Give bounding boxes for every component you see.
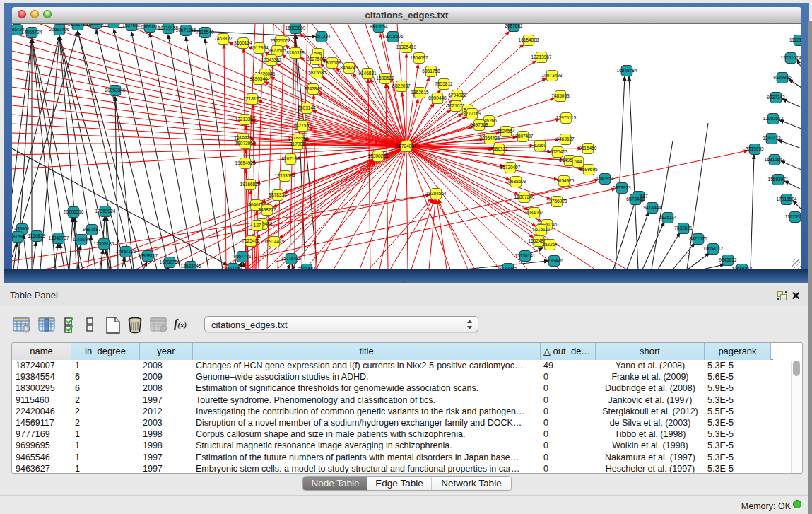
svg-text:6497568: 6497568 bbox=[470, 122, 488, 127]
svg-text:8454749: 8454749 bbox=[340, 65, 358, 70]
svg-text:10073953: 10073953 bbox=[235, 141, 256, 146]
svg-text:1156829: 1156829 bbox=[28, 233, 46, 238]
svg-text:1362615: 1362615 bbox=[411, 90, 429, 95]
svg-text:1733426: 1733426 bbox=[545, 258, 563, 263]
svg-text:6961758: 6961758 bbox=[422, 69, 440, 74]
svg-text:16782759: 16782759 bbox=[160, 259, 180, 264]
svg-text:127: 127 bbox=[254, 223, 261, 228]
svg-text:117008: 117008 bbox=[290, 141, 305, 146]
svg-text:9146821: 9146821 bbox=[358, 71, 377, 76]
svg-text:9245652: 9245652 bbox=[719, 257, 737, 262]
svg-text:7357224: 7357224 bbox=[312, 34, 331, 39]
svg-text:20053346: 20053346 bbox=[105, 88, 126, 93]
svg-text:9231654: 9231654 bbox=[298, 267, 316, 269]
svg-text:17359924: 17359924 bbox=[95, 209, 116, 214]
svg-text:9890546: 9890546 bbox=[249, 76, 268, 81]
svg-text:23226058: 23226058 bbox=[271, 38, 291, 43]
svg-text:644: 644 bbox=[575, 159, 582, 164]
svg-text:9227342: 9227342 bbox=[767, 95, 785, 100]
svg-text:15716485: 15716485 bbox=[281, 256, 302, 261]
svg-text:1588520: 1588520 bbox=[376, 76, 394, 81]
svg-text:20364436: 20364436 bbox=[480, 136, 500, 141]
svg-text:9467703: 9467703 bbox=[224, 266, 242, 269]
svg-text:1527602: 1527602 bbox=[122, 24, 141, 28]
svg-text:1640954: 1640954 bbox=[596, 176, 614, 181]
svg-text:16210643: 16210643 bbox=[765, 157, 785, 162]
svg-text:19654925: 19654925 bbox=[235, 160, 256, 165]
svg-text:10025453: 10025453 bbox=[548, 149, 568, 154]
svg-text:18031792: 18031792 bbox=[68, 24, 88, 27]
svg-text:16033809: 16033809 bbox=[286, 25, 306, 30]
svg-text:9397587: 9397587 bbox=[83, 227, 101, 232]
svg-text:10654112: 10654112 bbox=[703, 246, 724, 251]
svg-text:6794028: 6794028 bbox=[448, 93, 466, 98]
svg-text:8660124: 8660124 bbox=[234, 40, 252, 45]
svg-text:9329966: 9329966 bbox=[773, 75, 792, 80]
svg-text:8427552: 8427552 bbox=[293, 123, 312, 128]
svg-text:14055724: 14055724 bbox=[22, 30, 42, 35]
svg-text:10965212: 10965212 bbox=[732, 267, 753, 269]
svg-text:19384554: 19384554 bbox=[426, 191, 447, 196]
svg-text:7986322: 7986322 bbox=[490, 146, 508, 151]
svg-text:10688609: 10688609 bbox=[506, 179, 526, 184]
svg-text:2935114: 2935114 bbox=[659, 215, 677, 220]
svg-text:19756928: 19756928 bbox=[547, 199, 567, 204]
svg-text:18807249: 18807249 bbox=[514, 194, 535, 199]
svg-text:2367608: 2367608 bbox=[323, 60, 341, 65]
svg-text:905724: 905724 bbox=[12, 27, 25, 32]
svg-text:19654925: 19654925 bbox=[554, 178, 575, 183]
svg-text:12093572: 12093572 bbox=[763, 116, 784, 121]
svg-text:7515540: 7515540 bbox=[196, 30, 214, 35]
svg-text:7632621: 7632621 bbox=[674, 226, 693, 230]
svg-text:9242845: 9242845 bbox=[304, 86, 322, 91]
svg-text:16914479: 16914479 bbox=[264, 239, 285, 244]
svg-text:10973493: 10973493 bbox=[542, 73, 563, 78]
svg-text:15692971: 15692971 bbox=[768, 177, 789, 182]
svg-text:12353594: 12353594 bbox=[275, 173, 295, 178]
svg-text:19218506: 19218506 bbox=[383, 34, 404, 39]
svg-text:20691406: 20691406 bbox=[49, 27, 70, 32]
svg-text:1244413: 1244413 bbox=[763, 136, 781, 141]
svg-text:20701420: 20701420 bbox=[104, 24, 124, 25]
svg-text:2087682: 2087682 bbox=[505, 24, 523, 28]
svg-text:3498222: 3498222 bbox=[258, 207, 276, 212]
svg-text:15136141: 15136141 bbox=[515, 253, 536, 258]
svg-text:11325419: 11325419 bbox=[396, 45, 417, 49]
svg-text:5933923: 5933923 bbox=[613, 185, 631, 190]
svg-text:9115460: 9115460 bbox=[579, 146, 597, 151]
svg-text:1864097: 1864097 bbox=[410, 55, 428, 60]
svg-text:18300295: 18300295 bbox=[368, 153, 389, 158]
svg-text:19166829: 19166829 bbox=[240, 182, 261, 187]
svg-text:20206516: 20206516 bbox=[64, 209, 84, 214]
svg-text:11121961: 11121961 bbox=[789, 37, 801, 42]
svg-text:1615112: 1615112 bbox=[533, 227, 551, 232]
svg-text:8813054: 8813054 bbox=[370, 24, 388, 29]
svg-text:16648784: 16648784 bbox=[617, 68, 637, 73]
svg-text:3215955: 3215955 bbox=[746, 146, 764, 151]
svg-text:9327508: 9327508 bbox=[307, 57, 325, 62]
svg-text:15720407: 15720407 bbox=[500, 165, 521, 170]
svg-text:10958117: 10958117 bbox=[138, 253, 158, 258]
svg-text:11675334: 11675334 bbox=[785, 214, 801, 219]
svg-text:3912954: 3912954 bbox=[250, 45, 269, 50]
svg-text:2803144: 2803144 bbox=[298, 105, 316, 110]
svg-text:7625402: 7625402 bbox=[242, 238, 260, 243]
svg-text:391594: 391594 bbox=[12, 234, 25, 239]
svg-text:7955812: 7955812 bbox=[435, 81, 453, 86]
svg-text:8122345: 8122345 bbox=[499, 266, 517, 269]
svg-text:17957225: 17957225 bbox=[116, 249, 136, 254]
svg-text:7485003: 7485003 bbox=[551, 93, 570, 98]
svg-text:12213382: 12213382 bbox=[235, 117, 256, 122]
svg-text:6873461: 6873461 bbox=[626, 197, 645, 201]
svg-text:8878334: 8878334 bbox=[269, 192, 287, 197]
svg-text:12942737: 12942737 bbox=[49, 235, 69, 240]
svg-text:9777169: 9777169 bbox=[463, 111, 481, 116]
svg-text:9827505: 9827505 bbox=[268, 48, 286, 53]
svg-text:12505185: 12505185 bbox=[94, 241, 114, 246]
svg-text:9463627: 9463627 bbox=[556, 136, 575, 141]
svg-text:5875685: 5875685 bbox=[308, 70, 326, 75]
svg-text:12923446: 12923446 bbox=[181, 264, 201, 269]
svg-text:252254: 252254 bbox=[542, 242, 558, 247]
svg-text:9657771: 9657771 bbox=[233, 254, 252, 259]
svg-text:5822037: 5822037 bbox=[392, 83, 411, 88]
